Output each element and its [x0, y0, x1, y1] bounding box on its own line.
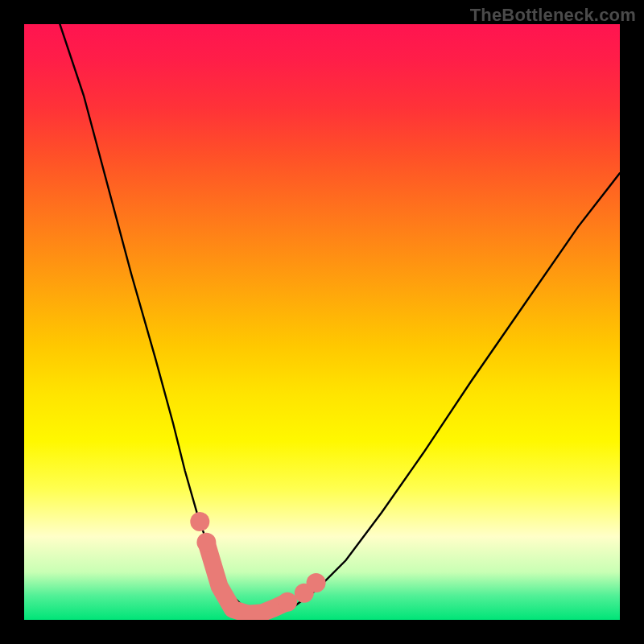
valley-band — [206, 543, 287, 614]
right-upper-dot — [307, 573, 326, 592]
right-lower-dot — [278, 592, 297, 612]
chart-plot-area — [24, 24, 620, 620]
attribution-text: TheBottleneck.com — [470, 5, 636, 26]
left-upper-dot — [190, 512, 209, 531]
left-lower-dot — [196, 533, 216, 552]
chart-frame: TheBottleneck.com — [0, 0, 644, 644]
chart-svg — [24, 24, 620, 620]
bottleneck-curve — [60, 24, 620, 614]
